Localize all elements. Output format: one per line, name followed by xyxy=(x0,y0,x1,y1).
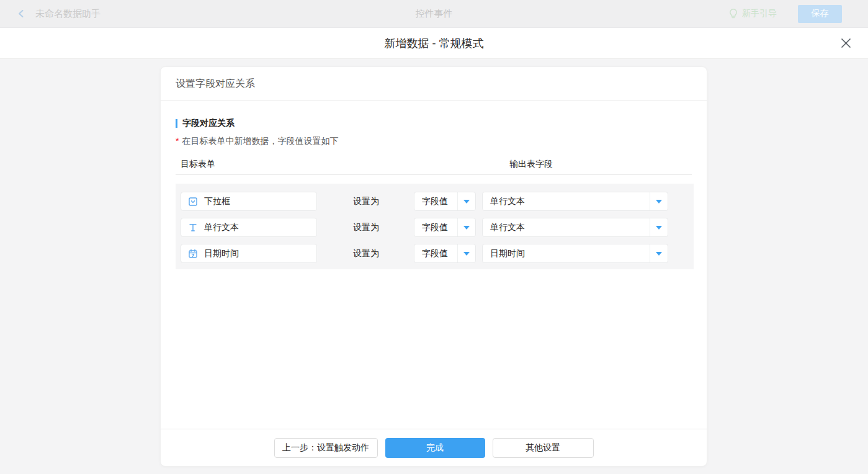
relation-label: 设置为 xyxy=(353,222,379,233)
column-target-form: 目标表单 xyxy=(181,159,215,170)
modal-footer: 上一步：设置触发动作 完成 其他设置 xyxy=(161,429,707,466)
output-field-select[interactable]: 日期时间 xyxy=(482,244,668,263)
chevron-down-icon xyxy=(656,252,662,256)
target-field-label: 日期时间 xyxy=(204,248,239,259)
value-type-selected: 字段值 xyxy=(414,248,457,259)
relation-label: 设置为 xyxy=(353,196,379,207)
value-type-selected: 字段值 xyxy=(414,196,457,207)
chevron-down-icon xyxy=(463,252,470,256)
chevron-down-icon xyxy=(656,200,662,203)
modal-title: 新增数据 - 常规模式 xyxy=(385,36,484,51)
close-icon[interactable] xyxy=(838,36,853,51)
caret-cell xyxy=(457,244,475,262)
save-button[interactable]: 保存 xyxy=(798,5,842,23)
column-headers: 目标表单 输出表字段 xyxy=(176,156,692,175)
card-title: 设置字段对应关系 xyxy=(161,67,707,101)
output-field-select[interactable]: 单行文本 xyxy=(482,192,668,211)
output-field-selected: 单行文本 xyxy=(483,222,650,233)
required-asterisk: * xyxy=(176,136,179,146)
target-field-label: 下拉框 xyxy=(204,196,230,207)
output-field-selected: 单行文本 xyxy=(483,196,650,207)
caret-cell xyxy=(457,192,475,210)
section-title: 字段对应关系 xyxy=(176,118,692,129)
chevron-down-icon xyxy=(656,226,662,230)
other-settings-button[interactable]: 其他设置 xyxy=(493,438,594,458)
output-field-selected: 日期时间 xyxy=(483,248,650,259)
caret-cell xyxy=(650,192,668,210)
done-button[interactable]: 完成 xyxy=(385,438,485,458)
chevron-down-icon xyxy=(463,200,470,203)
text-field-icon xyxy=(188,223,198,233)
datetime-field-icon xyxy=(188,249,198,259)
target-field-box: 单行文本 xyxy=(181,218,317,237)
caret-cell xyxy=(650,218,668,236)
back-chevron-icon[interactable] xyxy=(16,9,26,19)
target-field-box: 下拉框 xyxy=(181,192,317,211)
mapping-row: 下拉框 设置为 字段值 单行文本 xyxy=(181,192,694,211)
modal-body: 设置字段对应关系 字段对应关系 *在目标表单中新增数据，字段值设置如下 目标表单… xyxy=(0,59,868,473)
mapping-rows: 下拉框 设置为 字段值 单行文本 单行文本 设置为 字段 xyxy=(176,184,694,269)
field-mapping-card: 设置字段对应关系 字段对应关系 *在目标表单中新增数据，字段值设置如下 目标表单… xyxy=(160,66,707,467)
dropdown-field-icon xyxy=(188,197,198,207)
guide-bulb-icon xyxy=(728,8,738,19)
section-accent-bar xyxy=(176,119,177,128)
value-type-select[interactable]: 字段值 xyxy=(414,244,476,263)
topbar: 未命名数据助手 控件事件 新手引导 保存 xyxy=(0,0,868,28)
mapping-row: 日期时间 设置为 字段值 日期时间 xyxy=(181,244,694,263)
value-type-select[interactable]: 字段值 xyxy=(414,192,476,211)
section-description: *在目标表单中新增数据，字段值设置如下 xyxy=(176,136,692,147)
guide-link[interactable]: 新手引导 xyxy=(742,8,777,19)
mapping-row: 单行文本 设置为 字段值 单行文本 xyxy=(181,218,694,237)
target-field-box: 日期时间 xyxy=(181,244,317,263)
relation-label: 设置为 xyxy=(353,248,379,259)
value-type-select[interactable]: 字段值 xyxy=(414,218,476,237)
assistant-title: 未命名数据助手 xyxy=(35,8,101,20)
caret-cell xyxy=(650,244,668,262)
chevron-down-icon xyxy=(463,226,470,230)
caret-cell xyxy=(457,218,475,236)
previous-step-button[interactable]: 上一步：设置触发动作 xyxy=(274,438,378,458)
value-type-selected: 字段值 xyxy=(414,222,457,233)
target-field-label: 单行文本 xyxy=(204,222,239,233)
output-field-select[interactable]: 单行文本 xyxy=(482,218,668,237)
modal-header: 新增数据 - 常规模式 xyxy=(0,28,868,59)
column-output-fields: 输出表字段 xyxy=(509,159,553,170)
